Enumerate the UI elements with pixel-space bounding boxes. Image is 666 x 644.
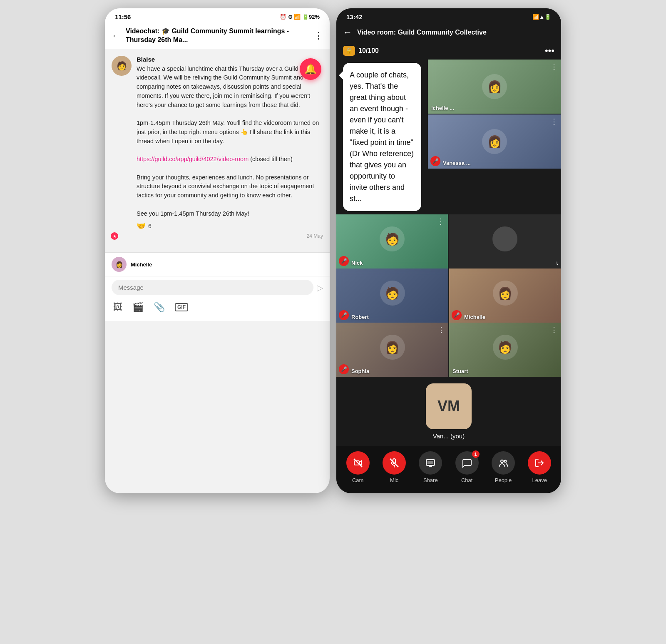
svg-rect-6: [427, 461, 433, 464]
chat-label: Chat: [461, 477, 472, 483]
blaise-message-text: We have a special lunchtime chat this Th…: [137, 65, 323, 219]
michelle-name: Michelle: [131, 261, 152, 268]
nick-tile-name: Nick: [351, 260, 363, 266]
share-button[interactable]: Share: [419, 451, 442, 483]
michelle-preview: 👩 Michelle: [105, 252, 330, 276]
blaise-sender-name: Blaise: [137, 56, 323, 63]
nick-tile-more[interactable]: ⋮: [437, 217, 445, 226]
michelle2-mute-icon: 🎤: [452, 310, 462, 320]
gif-button[interactable]: GIF: [175, 303, 188, 311]
right-header: ← Video room: Guild Community Collective: [336, 23, 561, 42]
michelle-video-tile: 👩 ⋮ ichelle ...: [428, 60, 561, 114]
reaction-count: 6: [148, 223, 152, 229]
message-timestamp: 24 May: [137, 233, 323, 239]
people-icon: [492, 451, 515, 475]
nick-row: 🧑 ⋮ 🎤 Nick t: [336, 214, 561, 269]
sophia-stuart-row: 👩 ⋮ 🎤 Sophia 🧑 ⋮ Stuart: [336, 323, 561, 377]
video-room-link[interactable]: https://guild.co/app/guild/4022/video-ro…: [137, 156, 249, 162]
participant-count-bar: 🔓 10/100 •••: [336, 42, 561, 60]
bell-icon: 🔔: [304, 63, 317, 75]
self-avatar: VM: [426, 383, 472, 429]
more-dots-button[interactable]: •••: [545, 45, 554, 56]
nick-mute-icon: 🎤: [339, 256, 349, 266]
self-name: Van... (you): [433, 433, 465, 440]
blaise-avatar-wrap: 🧑 ★: [112, 56, 132, 239]
robert-silhouette: 🧑: [380, 281, 405, 306]
robert-michelle-row: 🧑 🎤 Robert 👩 🎤 Michelle: [336, 269, 561, 323]
right-status-bar: 13:42 📶▲🔋: [336, 8, 561, 23]
message-input[interactable]: [112, 280, 313, 295]
bottom-bar: Cam Mic: [336, 446, 561, 493]
chat-badge: 1: [472, 450, 480, 458]
sophia-tile-more[interactable]: ⋮: [437, 325, 445, 334]
mic-button[interactable]: Mic: [383, 451, 406, 483]
chat-button[interactable]: 1 Chat: [455, 451, 479, 483]
nick-video-tile: 🧑 ⋮ 🎤 Nick: [336, 214, 448, 269]
right-header-title: Video room: Guild Community Collective: [357, 28, 554, 37]
cam-label: Cam: [352, 477, 363, 483]
video-icon[interactable]: 🎬: [132, 302, 144, 313]
right-phone: 13:42 📶▲🔋 ← Video room: Guild Community …: [336, 8, 561, 493]
speech-bubble-text: A couple of chats, yes. That's the great…: [350, 71, 414, 203]
right-back-button[interactable]: ←: [343, 27, 352, 38]
nick-right-silhouette: [492, 226, 517, 251]
share-label: Share: [423, 477, 438, 483]
participant-count: 🔓 10/100: [343, 46, 379, 56]
nick-right-tile: t: [449, 214, 561, 269]
michelle2-silhouette: 👩: [493, 281, 518, 306]
mic-icon: [383, 451, 406, 475]
vanessa-mute-icon: 🎤: [430, 156, 440, 166]
nick-t-label: t: [556, 260, 558, 266]
sophia-mute-icon: 🎤: [339, 364, 349, 374]
blaise-avatar-icon: 🧑: [117, 61, 127, 71]
right-time: 13:42: [346, 13, 362, 20]
vanessa-tile-more[interactable]: ⋮: [550, 117, 558, 126]
reaction-emoji: 🤝: [137, 221, 146, 231]
left-menu-button[interactable]: ⋮: [314, 30, 323, 41]
reaction-row: 🤝 6: [137, 221, 323, 231]
robert-mute-icon: 🎤: [339, 310, 349, 320]
michelle-silhouette: 👩: [482, 74, 507, 99]
image-icon[interactable]: 🖼: [113, 302, 122, 313]
self-initials: VM: [437, 398, 460, 415]
stuart-tile-more[interactable]: ⋮: [550, 325, 558, 334]
video-section-top: A couple of chats, yes. That's the great…: [336, 60, 561, 214]
stuart-tile-name: Stuart: [452, 368, 468, 374]
michelle-avatar: 👩: [112, 257, 127, 272]
blaise-message-block: 🧑 ★ Blaise We have a special lunchtime c…: [112, 56, 323, 239]
left-back-button[interactable]: ←: [112, 30, 121, 41]
speech-bubble: A couple of chats, yes. That's the great…: [343, 63, 421, 211]
bell-fab-button[interactable]: 🔔: [300, 58, 321, 80]
stuart-video-tile: 🧑 ⋮ Stuart: [449, 323, 561, 377]
robert-tile-name: Robert: [351, 314, 369, 320]
chat-icon: 1: [455, 451, 479, 475]
cam-button[interactable]: Cam: [346, 451, 370, 483]
michelle2-video-tile: 👩 🎤 Michelle: [449, 269, 561, 323]
mic-label: Mic: [390, 477, 398, 483]
left-phone: 11:56 ⏰ ⊖ 📶 🔋92% ← Videochat: 🎓 Guild Co…: [105, 8, 330, 493]
toolbar-row: 🖼 🎬 📎 GIF: [105, 298, 330, 321]
speech-bubble-col: A couple of chats, yes. That's the great…: [336, 60, 428, 214]
nick-silhouette: 🧑: [380, 226, 405, 251]
michelle2-tile-name: Michelle: [464, 314, 485, 320]
vanessa-silhouette: 👩: [482, 129, 507, 154]
sophia-silhouette: 👩: [380, 335, 405, 360]
self-view: VM Van... (you): [336, 377, 561, 446]
chat-body: 🧑 ★ Blaise We have a special lunchtime c…: [105, 49, 330, 253]
people-button[interactable]: People: [492, 451, 515, 483]
sophia-video-tile: 👩 ⋮ 🎤 Sophia: [336, 323, 448, 377]
lock-icon: 🔓: [343, 46, 355, 56]
send-button[interactable]: ▷: [317, 283, 323, 293]
cam-icon: [346, 451, 370, 475]
message-input-row: ▷: [105, 276, 330, 298]
stuart-silhouette: 🧑: [493, 335, 518, 360]
leave-button[interactable]: Leave: [528, 451, 551, 483]
people-label: People: [495, 477, 512, 483]
left-status-icons: ⏰ ⊖ 📶 🔋92%: [280, 14, 320, 20]
left-status-bar: 11:56 ⏰ ⊖ 📶 🔋92%: [105, 8, 330, 23]
attach-icon[interactable]: 📎: [154, 302, 165, 313]
left-header-title: Videochat: 🎓 Guild Community Summit lear…: [126, 27, 309, 45]
michelle-tile-name: ichelle ...: [431, 105, 454, 111]
michelle-tile-more[interactable]: ⋮: [550, 62, 558, 71]
blaise-star-badge: ★: [111, 232, 118, 240]
